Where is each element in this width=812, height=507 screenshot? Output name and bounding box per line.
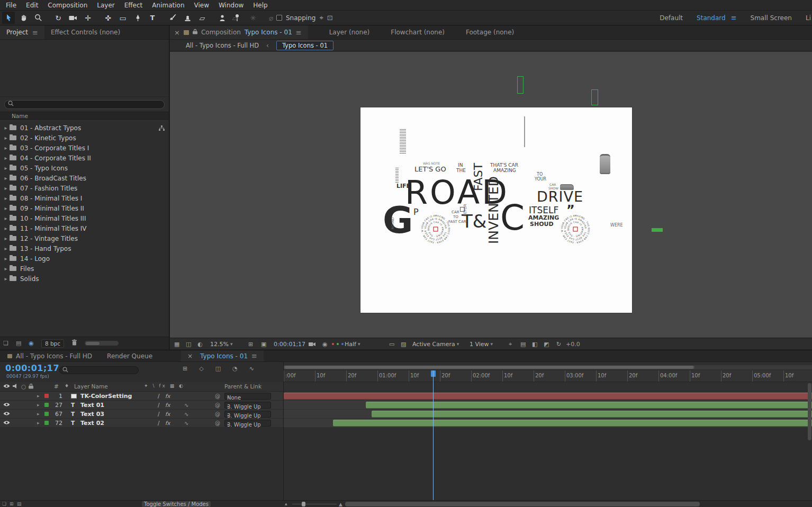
layer-color-chip[interactable] [44,403,49,407]
disclosure-triangle-icon[interactable]: ▸ [2,125,10,131]
layer-color-chip[interactable] [44,394,49,398]
layer-duration-bar[interactable] [284,393,812,400]
tab-typo-icons-01[interactable]: × Typo Icons - 01 ≡ [181,350,264,361]
tab-flowchart[interactable]: Flowchart (none) [391,25,445,39]
disclosure-triangle-icon[interactable]: ▸ [2,145,10,151]
main-viewer-icon[interactable]: ◫ [186,338,191,350]
dolly-camera-tool[interactable]: ✛ [82,12,94,24]
menu-item[interactable]: Composition [43,0,92,11]
mini-flowchart-icon[interactable]: ⊞ [183,365,187,372]
layer-expand-triangle[interactable]: ▸ [37,419,40,427]
pixel-aspect-icon[interactable]: ⌖ [509,338,512,350]
project-folder-row[interactable]: ▸ 09 - Minimal Titles II [0,203,169,213]
fx-switch[interactable]: fx [165,401,170,409]
menu-item[interactable]: Window [214,0,248,11]
list-view-icon[interactable]: ▤ [16,340,21,347]
tab-render-queue[interactable]: Render Queue [100,350,160,361]
layer-name[interactable]: TK-ColorSetting [80,392,132,400]
parent-dropdown[interactable]: 3. Wiggle Up ▾ [224,411,271,418]
project-folder-row[interactable]: ▸ 01 - Abstract Typos [0,123,169,133]
workspace-item[interactable]: Default [660,14,683,22]
close-tab-icon[interactable]: × [187,352,193,360]
project-folder-row[interactable]: ▸ 07 - Fashion Titles [0,183,169,193]
fx-switch[interactable]: fx [165,410,170,418]
fx-switch[interactable]: fx [165,392,170,400]
switches-view-icon[interactable]: ▤ [17,501,22,506]
fast-previews-icon[interactable]: ▤ [520,338,526,350]
snapping-checkbox[interactable] [276,15,282,21]
time-ruler[interactable]: :00f10f20f01:00f10f20f02:00f10f20f03:00f… [284,370,812,382]
parent-pickwhip-icon[interactable]: @ [215,419,220,427]
lock-column-header[interactable] [29,383,33,390]
roto-brush-tool[interactable] [216,12,229,24]
breadcrumb-current[interactable]: Typo Icons - 01 [276,41,333,50]
show-channel-icon[interactable] [332,338,345,350]
layer-expand-triangle[interactable]: ▸ [37,410,40,418]
flowchart-panel-icon[interactable]: ◩ [544,338,549,350]
menu-item[interactable]: Edit [21,0,43,11]
layer-name[interactable]: Text 02 [80,419,104,427]
disclosure-triangle-icon[interactable]: ▸ [2,276,10,282]
current-time-indicator[interactable] [433,370,434,501]
expand-layers-icon[interactable]: ❏ [2,501,6,506]
disclosure-triangle-icon[interactable]: ▸ [2,195,10,201]
adaptive-resolution-icon[interactable]: ◐ [197,338,203,350]
orbit-camera-tool[interactable]: ↻ [52,12,65,24]
breadcrumb-parent[interactable]: All - Typo Icons - Full HD [186,42,259,49]
workspace-item[interactable]: Li [806,14,811,22]
quality-switch[interactable]: / [158,419,159,427]
current-time-display[interactable]: 0:00:01;17 [5,363,59,373]
disclosure-triangle-icon[interactable]: ▸ [2,225,10,231]
parent-dropdown[interactable]: None ▾ [224,393,271,400]
layer-name[interactable]: Text 01 [80,401,104,409]
audio-column-header[interactable] [13,383,18,390]
tab-project[interactable]: Project ≡ [0,25,44,39]
project-folder-row[interactable]: ▸ 03 - Corporate Titles I [0,143,169,153]
timeline-layer-row[interactable]: ▸ 1 TK-ColorSetting / fx @ None ▾ [0,392,283,401]
disclosure-triangle-icon[interactable]: ▸ [2,175,10,181]
project-folder-row[interactable]: ▸ 05 - Typo Icons [0,163,169,173]
eye-icon[interactable] [3,401,10,409]
menu-item[interactable]: Animation [147,0,189,11]
zoom-in-icon[interactable]: ▲ [339,502,342,507]
toggle-switches-modes-button[interactable]: Toggle Switches / Modes [142,501,211,507]
eye-icon[interactable] [3,410,10,418]
layer-color-chip[interactable] [44,412,49,416]
track-camera-tool[interactable] [67,12,79,24]
show-snapshot-icon[interactable]: ◉ [322,338,328,350]
menu-item[interactable]: Effect [120,0,148,11]
quality-switch[interactable]: / [158,401,159,409]
timeline-search-input[interactable] [59,366,139,374]
motion-blur-icon[interactable]: ◔ [232,365,238,372]
mask-visibility-icon[interactable]: ▣ [261,338,266,350]
snap-option-icon[interactable]: ⌖ [319,14,323,22]
brush-tool[interactable] [166,12,179,24]
layer-name[interactable]: Text 03 [80,410,104,418]
project-folder-row[interactable]: ▸ 10 - Minimal Titles III [0,213,169,223]
snap-option-icon-2[interactable]: ⊡ [327,14,333,22]
solo-column-header[interactable]: ○ [21,383,26,390]
menu-item[interactable]: Layer [92,0,119,11]
disclosure-triangle-icon[interactable]: ▸ [2,205,10,211]
workspace-item[interactable]: Standard [697,14,726,22]
parent-pickwhip-icon[interactable]: @ [215,401,220,409]
menu-item[interactable]: View [190,0,214,11]
type-tool[interactable]: T [146,12,159,24]
timeline-layer-row[interactable]: ▸ 67 T Text 03 / fx ∿ @ 3. Wiggle Up ▾ [0,410,283,419]
layer-expand-triangle[interactable]: ▸ [37,401,40,409]
rectangle-tool[interactable]: ▭ [116,12,129,24]
timeline-track-area[interactable]: :00f10f20f01:00f10f20f02:00f10f20f03:00f… [283,362,812,501]
menu-item[interactable]: File [1,0,21,11]
exposure-value[interactable]: +0.0 [566,338,580,350]
disclosure-triangle-icon[interactable]: ▸ [2,135,10,141]
layer-expand-triangle[interactable]: ▸ [37,392,40,400]
thumbnail-view-icon[interactable]: ❏ [3,340,8,347]
parent-dropdown[interactable]: 3. Wiggle Up ▾ [224,420,271,427]
panel-menu-icon[interactable]: ≡ [32,29,38,37]
comp-canvas[interactable]: WAS NOTELET'S GOINTHETHAT'S CARAMAZINGTO… [360,107,632,313]
layer-duration-bar[interactable] [372,411,812,418]
video-column-header[interactable] [3,383,10,390]
parent-pickwhip-icon[interactable]: @ [215,410,220,418]
viewport[interactable]: WAS NOTELET'S GOINTHETHAT'S CARAMAZINGTO… [170,52,812,338]
transparency-grid-icon[interactable]: ▨ [401,338,406,350]
